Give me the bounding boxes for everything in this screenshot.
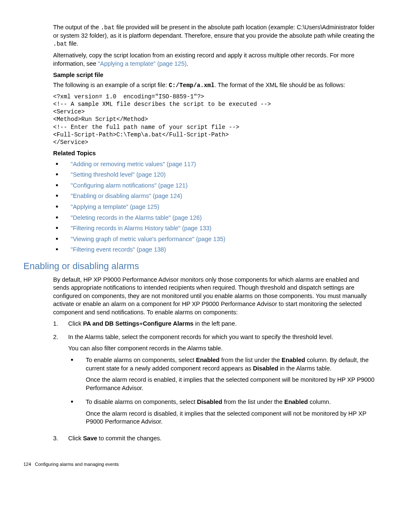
ui-label: Disabled bbox=[253, 365, 278, 372]
cross-ref-link[interactable]: "Applying a template" (page 125) bbox=[71, 203, 376, 211]
cross-ref-link[interactable]: "Enabling or disabling alarms" (page 124… bbox=[71, 192, 376, 200]
ui-label: PA and DB Settings bbox=[83, 320, 139, 327]
subheading-related-topics: Related Topics bbox=[53, 149, 376, 158]
subheading-sample-script: Sample script file bbox=[53, 71, 376, 80]
body-text: The output of the .bat file provided wil… bbox=[53, 23, 376, 48]
text: . bbox=[187, 60, 188, 67]
ui-label: Enabled bbox=[196, 357, 220, 363]
text: . The format of the XML file should be a… bbox=[215, 82, 345, 88]
body-text: Alternatively, copy the script location … bbox=[53, 51, 376, 68]
ui-label: Enabled bbox=[281, 357, 305, 363]
list-text: To enable alarms on components, select E… bbox=[86, 356, 376, 373]
step-number: 3. bbox=[53, 434, 68, 443]
text: To disable alarms on components, select bbox=[86, 398, 197, 405]
text: from the list under the bbox=[220, 357, 281, 363]
ui-label: Disabled bbox=[197, 398, 222, 405]
sub-bullet-list: • To enable alarms on components, select… bbox=[68, 356, 376, 429]
list-item: •"Filtering records in Alarms History ta… bbox=[53, 224, 376, 233]
step-item: 2. In the Alarms table, select the compo… bbox=[53, 333, 376, 433]
list-item: •"Filtering event records" (page 138) bbox=[53, 246, 376, 254]
list-text: Once the alarm record is enabled, it imp… bbox=[86, 376, 376, 392]
bullet-icon: • bbox=[53, 171, 71, 178]
ui-label: Save bbox=[83, 435, 97, 442]
text: column. bbox=[308, 398, 331, 405]
code-inline: .bat bbox=[101, 24, 115, 31]
step-text: Click Save to commit the changes. bbox=[68, 434, 376, 443]
bullet-icon: • bbox=[68, 356, 86, 364]
text: to commit the changes. bbox=[97, 435, 161, 442]
bullet-icon: • bbox=[53, 246, 71, 253]
step-text: You can also filter component records in… bbox=[68, 344, 376, 353]
step-number: 2. bbox=[53, 333, 68, 342]
bullet-icon: • bbox=[53, 160, 71, 168]
code-inline: .bat bbox=[53, 41, 67, 47]
cross-ref-link[interactable]: "Adding or removing metric values" (page… bbox=[71, 160, 376, 169]
bullet-icon: • bbox=[53, 224, 71, 232]
body-text: The following is an example of a script … bbox=[53, 81, 376, 90]
procedure-steps: 1. Click PA and DB Settings+Configure Al… bbox=[53, 320, 376, 446]
list-item: •"Enabling or disabling alarms" (page 12… bbox=[53, 192, 376, 200]
list-item: •"Setting threshold level" (page 120) bbox=[53, 171, 376, 179]
cross-ref-link[interactable]: "Filtering event records" (page 138) bbox=[71, 246, 376, 254]
code-inline: C:/Temp/a.xml bbox=[169, 82, 214, 89]
text: To enable alarms on components, select bbox=[86, 357, 196, 363]
cross-ref-link[interactable]: "Applying a template" (page 125) bbox=[98, 60, 187, 67]
ui-label: Configure Alarms bbox=[143, 320, 193, 327]
list-text: To disable alarms on components, select … bbox=[86, 398, 376, 406]
page-number: 124 bbox=[23, 462, 31, 467]
bullet-icon: • bbox=[53, 235, 71, 243]
footer-title: Configuring alarms and managing events bbox=[35, 462, 119, 467]
page-footer: 124 Configuring alarms and managing even… bbox=[23, 461, 376, 468]
cross-ref-link[interactable]: "Deleting records in the Alarms table" (… bbox=[71, 214, 376, 222]
cross-ref-link[interactable]: "Setting threshold level" (page 120) bbox=[71, 171, 376, 179]
body-text: By default, HP XP P9000 Performance Advi… bbox=[53, 276, 376, 317]
text: Click bbox=[68, 320, 83, 327]
list-item: • To disable alarms on components, selec… bbox=[68, 398, 376, 429]
step-number: 1. bbox=[53, 320, 68, 328]
text: Click bbox=[68, 435, 83, 442]
step-text: Click PA and DB Settings+Configure Alarm… bbox=[68, 320, 376, 328]
list-item: • To enable alarms on components, select… bbox=[68, 356, 376, 396]
list-text: Once the alarm record is disabled, it im… bbox=[86, 410, 376, 426]
section-heading: Enabling or disabling alarms bbox=[23, 260, 376, 272]
text: in the Alarms table. bbox=[278, 365, 331, 372]
text: file. bbox=[67, 40, 79, 47]
bullet-icon: • bbox=[53, 192, 71, 200]
bullet-icon: • bbox=[53, 203, 71, 211]
step-item: 3. Click Save to commit the changes. bbox=[53, 434, 376, 446]
list-item: •"Adding or removing metric values" (pag… bbox=[53, 160, 376, 169]
text: The output of the bbox=[53, 24, 101, 31]
bullet-icon: • bbox=[68, 398, 86, 406]
step-text: In the Alarms table, select the componen… bbox=[68, 333, 376, 342]
cross-ref-link[interactable]: "Viewing graph of metric value's perform… bbox=[71, 235, 376, 244]
text: from the list under the bbox=[222, 398, 284, 405]
bullet-icon: • bbox=[53, 214, 71, 221]
step-item: 1. Click PA and DB Settings+Configure Al… bbox=[53, 320, 376, 332]
list-item: •"Configuring alarm notifications" (page… bbox=[53, 182, 376, 190]
cross-ref-link[interactable]: "Filtering records in Alarms History tab… bbox=[71, 224, 376, 233]
cross-ref-link[interactable]: "Configuring alarm notifications" (page … bbox=[71, 182, 376, 190]
related-topics-list: •"Adding or removing metric values" (pag… bbox=[53, 160, 376, 254]
ui-label: Enabled bbox=[284, 398, 308, 405]
list-item: •"Deleting records in the Alarms table" … bbox=[53, 214, 376, 222]
code-block: <?xml version= 1.0 encoding="ISO-8859-1"… bbox=[53, 93, 376, 146]
text: The following is an example of a script … bbox=[53, 82, 169, 88]
bullet-icon: • bbox=[53, 182, 71, 189]
list-item: •"Viewing graph of metric value's perfor… bbox=[53, 235, 376, 244]
text: in the left pane. bbox=[194, 320, 237, 327]
list-item: •"Applying a template" (page 125) bbox=[53, 203, 376, 211]
